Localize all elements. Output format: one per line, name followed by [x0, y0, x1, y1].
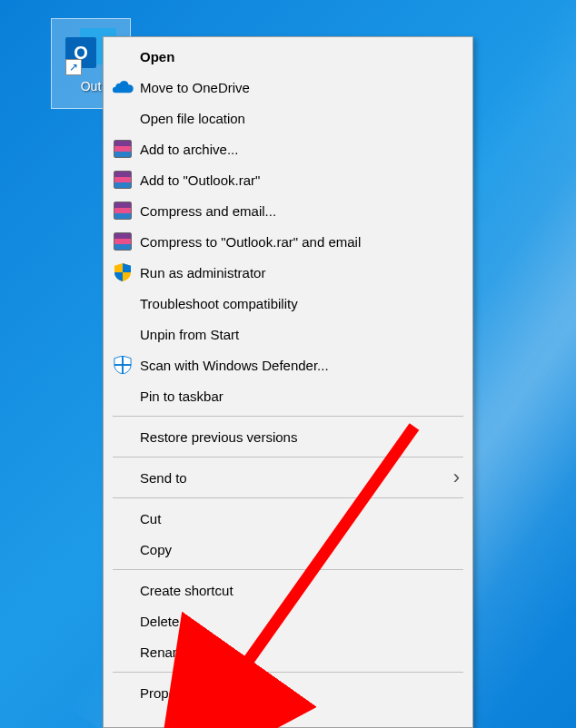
menu-separator — [113, 569, 463, 570]
blank-icon — [111, 580, 134, 600]
menu-item-unpin-start[interactable]: Unpin from Start — [105, 319, 471, 349]
menu-item-label: Restore previous versions — [140, 429, 460, 445]
menu-separator — [113, 497, 463, 498]
menu-item-move-onedrive[interactable]: Move to OneDrive — [105, 72, 471, 103]
menu-item-label: Pin to taskbar — [140, 389, 460, 404]
menu-item-label: Send to — [140, 470, 453, 486]
blank-icon — [111, 46, 134, 66]
menu-separator — [113, 457, 463, 457]
menu-item-pin-taskbar[interactable]: Pin to taskbar — [105, 380, 471, 411]
menu-item-label: Add to archive... — [140, 142, 460, 157]
menu-item-label: Open file location — [140, 111, 460, 126]
menu-separator — [113, 416, 463, 417]
winrar-icon — [111, 170, 134, 190]
menu-item-label: Add to "Outlook.rar" — [140, 172, 460, 188]
blank-icon — [111, 467, 134, 487]
menu-item-label: Unpin from Start — [140, 327, 460, 342]
menu-item-delete[interactable]: Delete — [105, 605, 471, 636]
menu-item-cut[interactable]: Cut — [105, 503, 471, 534]
menu-item-scan-defender[interactable]: Scan with Windows Defender... — [105, 349, 471, 380]
uac-shield-icon — [111, 262, 134, 282]
defender-icon — [111, 355, 134, 375]
menu-item-create-shortcut[interactable]: Create shortcut — [105, 575, 471, 605]
blank-icon — [111, 642, 134, 662]
menu-item-open[interactable]: Open — [105, 41, 471, 72]
menu-item-label: Open — [140, 49, 460, 64]
blank-icon — [111, 293, 134, 313]
menu-item-send-to[interactable]: Send to› — [105, 462, 471, 493]
menu-item-label: Compress and email... — [140, 203, 460, 219]
menu-item-properties[interactable]: Properties — [105, 677, 471, 708]
menu-item-rename[interactable]: Rename — [105, 636, 471, 667]
winrar-icon — [111, 201, 134, 221]
blank-icon — [111, 108, 134, 128]
desktop-icon-label: Out — [81, 79, 102, 93]
menu-item-label: Run as administrator — [140, 265, 460, 280]
shortcut-arrow-icon: ↗ — [65, 59, 82, 75]
chevron-right-icon: › — [453, 466, 460, 489]
blank-icon — [111, 427, 134, 447]
blank-icon — [111, 611, 134, 631]
winrar-icon — [111, 139, 134, 159]
menu-item-label: Delete — [140, 614, 460, 629]
menu-item-label: Compress to "Outlook.rar" and email — [140, 234, 460, 250]
menu-item-compress-outlook-email[interactable]: Compress to "Outlook.rar" and email — [105, 226, 471, 257]
menu-item-copy[interactable]: Copy — [105, 534, 471, 565]
menu-item-label: Move to OneDrive — [140, 80, 460, 95]
menu-item-label: Cut — [140, 511, 460, 526]
menu-item-open-location[interactable]: Open file location — [105, 103, 471, 133]
blank-icon — [111, 508, 134, 528]
menu-item-add-outlook-rar[interactable]: Add to "Outlook.rar" — [105, 164, 471, 195]
blank-icon — [111, 683, 134, 703]
menu-item-compress-email[interactable]: Compress and email... — [105, 195, 471, 226]
menu-item-label: Rename — [140, 644, 460, 660]
context-menu: OpenMove to OneDriveOpen file locationAd… — [103, 36, 473, 728]
menu-item-label: Create shortcut — [140, 583, 460, 598]
winrar-icon — [111, 231, 134, 251]
menu-item-label: Properties — [140, 685, 460, 701]
svg-rect-1 — [114, 364, 131, 366]
menu-item-troubleshoot[interactable]: Troubleshoot compatibility — [105, 288, 471, 319]
blank-icon — [111, 386, 134, 406]
blank-icon — [111, 324, 134, 344]
blank-icon — [111, 539, 134, 559]
menu-item-label: Copy — [140, 542, 460, 557]
onedrive-icon — [111, 77, 134, 97]
menu-item-restore-versions[interactable]: Restore previous versions — [105, 421, 471, 452]
menu-item-run-admin[interactable]: Run as administrator — [105, 257, 471, 288]
menu-item-label: Troubleshoot compatibility — [140, 296, 460, 311]
menu-item-label: Scan with Windows Defender... — [140, 358, 460, 373]
menu-separator — [113, 672, 463, 673]
menu-item-add-archive[interactable]: Add to archive... — [105, 133, 471, 164]
